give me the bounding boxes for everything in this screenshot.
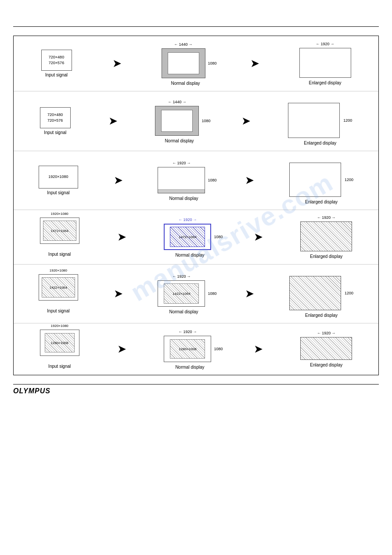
input-box-1: 720×480720×576 bbox=[41, 50, 72, 71]
normal-dim-right-6: 1080 bbox=[214, 336, 223, 362]
input-cell-5: 1920×1080 1422×1064 Input signal bbox=[39, 274, 78, 313]
normal-height-label-6: 1080 bbox=[214, 347, 223, 351]
arrow-1b: ➤ bbox=[251, 58, 259, 69]
input-label-3: Input signal bbox=[47, 190, 69, 195]
normal-outer-box-4: 1472×1064 bbox=[164, 224, 211, 250]
bottom-rule bbox=[13, 384, 379, 385]
input-box-3: 1920×1080 bbox=[39, 166, 78, 189]
enlarged-cell-4: ←1920→ Enlarged display bbox=[300, 215, 352, 259]
input-top-label-5: 1920×1080 bbox=[39, 268, 78, 272]
arrow-4a: ➤ bbox=[118, 232, 126, 243]
normal-dim-top-2: ←1440→ bbox=[155, 100, 199, 104]
enlarged-cell-3: 1200 Enlarged display bbox=[289, 156, 353, 204]
enlarged-width-label-1: 1920 bbox=[320, 42, 329, 46]
arrow-6a: ➤ bbox=[118, 344, 126, 355]
normal-label-3: Normal display bbox=[169, 196, 198, 201]
normal-outer-box-2 bbox=[155, 106, 199, 136]
normal-height-label-1: 1080 bbox=[208, 61, 216, 65]
normal-cell-6: ←1920→ 1080 1280×1008 Normal display bbox=[164, 329, 216, 370]
input-inner-text-5: 1422×1064 bbox=[50, 286, 67, 290]
input-top-label-6: 1920×1080 bbox=[40, 324, 79, 328]
normal-dim-right-2: 1080 bbox=[201, 106, 210, 136]
normal-inner-box-1 bbox=[168, 52, 199, 74]
normal-dim-right-3: 1080 bbox=[208, 167, 216, 193]
normal-inner-box-4: 1472×1064 bbox=[170, 227, 205, 247]
input-box-5: 1920×1080 1422×1064 bbox=[39, 274, 78, 301]
normal-label-4: Normal display bbox=[175, 253, 204, 258]
normal-width-label-5: 1920 bbox=[177, 274, 186, 279]
input-top-label-4: 1920×1080 bbox=[40, 212, 79, 216]
normal-inner-text-5: 1422×1064 bbox=[173, 292, 190, 296]
normal-dim-right-4: 1080 bbox=[214, 224, 223, 250]
normal-cell-4: ←1920→ 1080 1472×1064 Normal display bbox=[164, 217, 216, 258]
input-inner-4: 1472×1064 bbox=[43, 221, 76, 241]
normal-outer-box-6: 1280×1008 bbox=[164, 336, 211, 362]
enlarged-label-3: Enlarged display bbox=[305, 200, 338, 204]
input-box-6: 1920×1080 1280×1008 bbox=[40, 330, 79, 356]
input-text-1: 720×480720×576 bbox=[49, 54, 64, 65]
normal-inner-box-5: 1422×1064 bbox=[164, 283, 199, 304]
normal-cell-2: ←1440→ 1080 Normal display bbox=[155, 99, 203, 143]
enlarged-dim-top-6: ←1920→ bbox=[300, 331, 352, 335]
normal-height-label-5: 1080 bbox=[208, 291, 216, 296]
input-inner-6: 1280×1008 bbox=[45, 333, 75, 352]
enlarged-label-6: Enlarged display bbox=[310, 363, 342, 367]
arrow-3b: ➤ bbox=[245, 175, 253, 186]
normal-outer-box-5: 1422×1064 bbox=[158, 280, 205, 307]
enlarged-label-2: Enlarged display bbox=[304, 141, 336, 145]
arrow-2b: ➤ bbox=[242, 116, 250, 127]
input-inner-5: 1422×1064 bbox=[42, 277, 75, 297]
input-label-5: Input signal bbox=[47, 308, 69, 313]
input-inner-text-4: 1472×1064 bbox=[51, 229, 68, 233]
enlarged-label-1: Enlarged display bbox=[309, 80, 342, 85]
enlarged-cell-5: 1200 Enlarged display bbox=[289, 270, 353, 318]
normal-dim-top-6: ←1920→ bbox=[164, 330, 211, 334]
input-label-1: Input signal bbox=[45, 73, 68, 77]
input-box-2: 720×480720×576 bbox=[40, 107, 71, 128]
normal-outer-box-1 bbox=[162, 48, 205, 78]
row-4: 1920×1080 1472×1064 Input signal ➤ ←1920… bbox=[14, 210, 378, 265]
normal-dim-right-1: 1080 bbox=[208, 48, 216, 78]
normal-dim-top-5: ←1920→ bbox=[158, 274, 205, 279]
normal-height-label-4: 1080 bbox=[214, 235, 223, 239]
enlarged-cell-6: ←1920→ Enlarged display bbox=[300, 331, 352, 367]
enlarged-box-1 bbox=[299, 48, 351, 78]
enlarged-box-6 bbox=[300, 337, 352, 360]
normal-inner-text-6: 1280×1008 bbox=[179, 347, 196, 351]
enlarged-box-3 bbox=[289, 163, 341, 197]
row-3: 1920×1080 Input signal ➤ ←1920→ 1080 bbox=[14, 151, 378, 210]
enlarged-label-4: Enlarged display bbox=[310, 254, 342, 259]
input-cell-2: 720×480720×576 Input signal bbox=[40, 107, 71, 135]
enlarged-box-5 bbox=[289, 276, 341, 310]
input-cell-6: 1920×1080 1280×1008 Input signal bbox=[40, 330, 79, 369]
normal-inner-box-6: 1280×1008 bbox=[170, 339, 205, 359]
normal-height-label-2: 1080 bbox=[201, 119, 210, 123]
input-cell-1: 720×480720×576 Input signal bbox=[41, 50, 72, 77]
normal-dim-top-4: ←1920→ bbox=[164, 218, 211, 222]
enlarged-dim-right-5: 1200 bbox=[345, 276, 353, 310]
input-box-4: 1920×1080 1472×1064 bbox=[40, 218, 79, 244]
input-label-6: Input signal bbox=[48, 364, 71, 369]
enlarged-cell-2: 1200 Enlarged display bbox=[288, 97, 352, 145]
normal-cell-3: ←1920→ 1080 Normal display bbox=[158, 160, 209, 201]
arrow-2a: ➤ bbox=[109, 116, 117, 127]
row-1: 720×480720×576 Input signal ➤ ←1440→ 108… bbox=[14, 36, 378, 91]
normal-inner-text-4: 1472×1064 bbox=[179, 235, 196, 239]
enlarged-height-label-5: 1200 bbox=[345, 291, 353, 295]
normal-height-label-3: 1080 bbox=[208, 178, 216, 182]
normal-width-label-1: 1440 bbox=[179, 42, 187, 47]
arrow-3a: ➤ bbox=[114, 175, 122, 186]
enlarged-height-label-2: 1200 bbox=[343, 118, 352, 123]
input-text-2: 720×480720×576 bbox=[47, 112, 63, 123]
normal-width-label-3: 1920 bbox=[177, 161, 186, 165]
top-rule bbox=[13, 26, 379, 27]
input-text-3: 1920×1080 bbox=[48, 174, 68, 180]
normal-outer-box-3 bbox=[158, 167, 205, 193]
normal-dim-top-3: ←1920→ bbox=[158, 161, 205, 165]
normal-label-6: Normal display bbox=[175, 365, 204, 370]
row-5: 1920×1080 1422×1064 Input signal ➤ ←1920… bbox=[14, 265, 378, 323]
input-label-4: Input signal bbox=[48, 252, 71, 257]
arrow-6b: ➤ bbox=[254, 344, 262, 355]
enlarged-label-5: Enlarged display bbox=[305, 313, 338, 318]
enlarged-cell-1: ←1920→ Enlarged display bbox=[299, 42, 351, 85]
